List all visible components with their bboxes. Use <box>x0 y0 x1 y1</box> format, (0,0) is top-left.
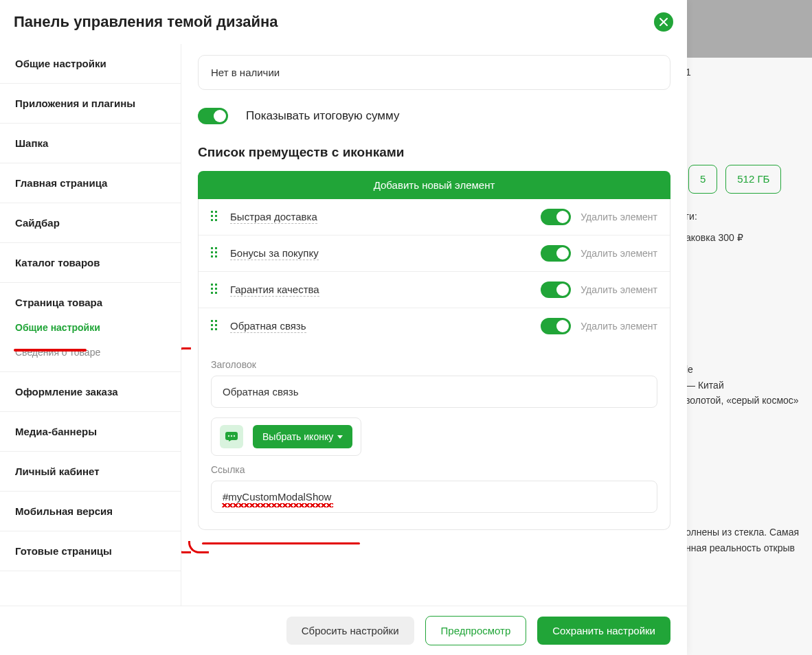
feature-toggle[interactable] <box>541 209 571 225</box>
sidebar-item-checkout[interactable]: Оформление заказа <box>0 372 181 412</box>
chevron-down-icon <box>337 435 343 439</box>
add-feature-button[interactable]: Добавить новый элемент <box>198 171 670 199</box>
backdrop-text: — Китай <box>686 378 808 393</box>
sidebar-item-catalog[interactable]: Каталог товаров <box>0 243 181 283</box>
feature-row-expanded-header: Обратная связь Удалить элемент <box>199 308 670 344</box>
sidebar-item-product-page[interactable]: Страница товара <box>0 283 181 315</box>
backdrop-number: 1 <box>686 65 808 80</box>
pick-icon-label: Выбрать иконку <box>262 431 333 442</box>
settings-content: Нет в наличии Показывать итоговую сумму … <box>181 44 687 606</box>
backdrop-text: нная реальность открыв <box>686 540 808 555</box>
backdrop-text: le <box>686 362 808 377</box>
svg-point-1 <box>228 435 229 437</box>
sidebar-item-mobile[interactable]: Мобильная версия <box>0 492 181 531</box>
sidebar-item-account[interactable]: Личный кабинет <box>0 452 181 492</box>
drag-handle-icon[interactable] <box>211 211 221 223</box>
drag-handle-icon[interactable] <box>211 284 221 296</box>
icon-picker: Выбрать иконку <box>211 417 361 456</box>
close-icon <box>659 17 668 27</box>
feature-row: Быстрая доставка Удалить элемент <box>199 199 670 235</box>
delete-feature-link[interactable]: Удалить элемент <box>580 248 657 259</box>
sidebar-item-plugins[interactable]: Приложения и плагины <box>0 84 181 124</box>
features-section-title: Список премуществ с иконками <box>198 145 670 160</box>
delete-feature-link[interactable]: Удалить элемент <box>580 284 657 295</box>
title-field-label: Заголовок <box>211 359 657 370</box>
reset-button[interactable]: Сбросить настройки <box>286 617 414 645</box>
close-button[interactable] <box>654 12 673 32</box>
delete-feature-link[interactable]: Удалить элемент <box>580 321 657 332</box>
feature-list: Быстрая доставка Удалить элемент Бонусы … <box>198 199 670 530</box>
sidebar-item-media-banners[interactable]: Медиа-баннеры <box>0 412 181 452</box>
storage-pill[interactable]: 5 <box>688 165 717 194</box>
feature-row: Бонусы за покупку Удалить элемент <box>199 235 670 272</box>
feature-toggle[interactable] <box>541 318 571 334</box>
drag-handle-icon[interactable] <box>211 247 221 260</box>
show-total-toggle[interactable] <box>198 108 228 124</box>
preview-button[interactable]: Предпросмотр <box>425 616 527 645</box>
pick-icon-button[interactable]: Выбрать иконку <box>253 425 352 448</box>
feature-toggle[interactable] <box>541 281 571 298</box>
feature-label[interactable]: Обратная связь <box>230 320 306 333</box>
sidebar-item-header[interactable]: Шапка <box>0 124 181 163</box>
sidebar-item-home[interactable]: Главная страница <box>0 163 181 203</box>
theme-settings-modal: Панель управления темой дизайна Общие на… <box>0 0 687 655</box>
sidebar-subitem-general[interactable]: Общие настройки <box>0 315 181 340</box>
svg-point-3 <box>234 435 235 437</box>
modal-title: Панель управления темой дизайна <box>14 13 278 31</box>
sidebar-item-sidebar[interactable]: Сайдбар <box>0 203 181 243</box>
feature-expanded-panel: Заголовок Выбрать иконку Ссылка <box>199 344 670 529</box>
storage-pill[interactable]: 512 ГБ <box>725 165 781 194</box>
out-of-stock-input[interactable]: Нет в наличии <box>199 56 670 89</box>
sidebar-subitem-product-info[interactable]: Сведения о товаре <box>0 340 181 365</box>
feature-label[interactable]: Гарантия качества <box>230 284 319 297</box>
settings-sidebar: Общие настройки Приложения и плагины Шап… <box>0 44 181 606</box>
delete-feature-link[interactable]: Удалить элемент <box>580 211 657 222</box>
feature-link-input[interactable] <box>211 481 657 513</box>
link-field-label: Ссылка <box>211 464 657 475</box>
chat-icon <box>220 425 243 448</box>
sidebar-item-general[interactable]: Общие настройки <box>0 44 181 84</box>
feature-label[interactable]: Бонусы за покупку <box>230 247 319 260</box>
feature-label[interactable]: Быстрая доставка <box>230 211 317 224</box>
feature-title-input[interactable] <box>211 376 657 408</box>
feature-row: Гарантия качества Удалить элемент <box>199 272 670 308</box>
backdrop-text: аковка 300 ₽ <box>686 230 808 245</box>
drag-handle-icon[interactable] <box>211 320 221 332</box>
feature-toggle[interactable] <box>541 245 571 262</box>
show-total-label: Показывать итоговую сумму <box>246 109 399 123</box>
backdrop-text: ги: <box>686 209 808 224</box>
backdrop-text: золотой, «серый космос» <box>686 393 808 408</box>
sidebar-item-pages[interactable]: Готовые страницы <box>0 531 181 571</box>
save-button[interactable]: Сохранить настройки <box>537 617 670 645</box>
backdrop-text: олнены из стекла. Самая <box>686 525 808 540</box>
svg-point-2 <box>231 435 232 437</box>
